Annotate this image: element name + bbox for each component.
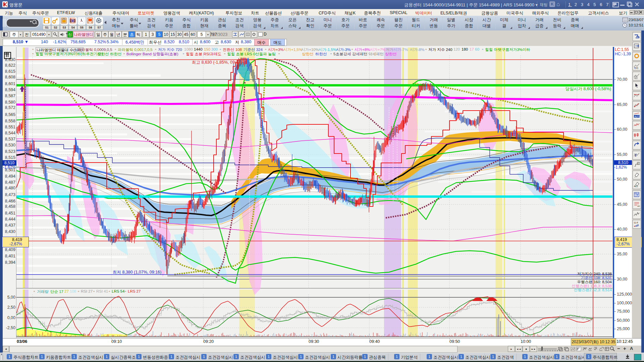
svg-text:선행스팬2 52,3: 8,514: 선행스팬2 52,3: 8,514: [574, 288, 612, 292]
svg-text:당일시가 8,600 (-0,58%): 당일시가 8,600 (-0,58%): [566, 86, 611, 91]
svg-text:G·F: G·F: [634, 221, 638, 224]
svg-text:f(x): f(x): [634, 66, 638, 69]
svg-text:우행스팬 160: 8,504: 우행스팬 160: 8,504: [577, 280, 612, 284]
svg-text:최고 8,630 (-1,85%, 09:24): 최고 8,630 (-1,85%, 09:24): [192, 60, 242, 65]
svg-text:HCL: HCL: [637, 205, 640, 207]
svg-text:AUTO: AUTO: [635, 115, 640, 118]
svg-text:저가지수 240: 8,538: 저가지수 240: 8,538: [577, 272, 612, 276]
svg-text:ALL: ALL: [634, 185, 638, 187]
svg-text:선행스팬1 108,3: 8,538: 선행스팬1 108,3: 8,538: [572, 284, 612, 288]
svg-text:1: 1: [638, 162, 639, 165]
svg-text:최저 8,380 (1,07%, 09:16): 최저 8,380 (1,07%, 09:16): [113, 270, 161, 275]
svg-text:기준선 108: 8,531: 기준선 108: 8,531: [581, 276, 612, 280]
svg-text:T: T: [637, 194, 639, 197]
